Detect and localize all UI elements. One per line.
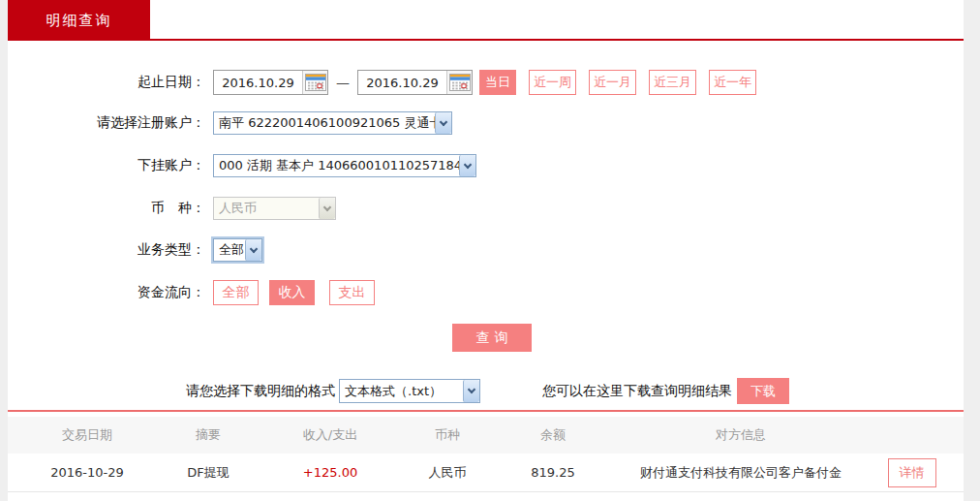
download-format-select[interactable]: 文本格式（.txt） [339, 379, 480, 403]
cell-amount: +125.00 [250, 465, 411, 480]
chevron-down-icon [463, 380, 479, 402]
last-three-months-button[interactable]: 近三月 [649, 70, 696, 95]
main-panel: 明细查询 起止日期： 2016.10.29 — [8, 0, 964, 501]
header-currency: 币种 [411, 426, 484, 444]
header-counterparty: 对方信息 [622, 426, 860, 444]
sub-account-value: 000 活期 基本户 1406600101102571848 [214, 157, 459, 174]
cell-counterparty: 财付通支付科技有限公司客户备付金 [622, 464, 860, 482]
flow-income-button[interactable]: 收入 [269, 280, 315, 305]
date-separator: — [336, 75, 350, 90]
chevron-down-icon [245, 239, 261, 261]
calendar-icon[interactable] [302, 71, 327, 94]
cell-summary: DF提现 [167, 464, 250, 482]
business-type-row: 业务类型： 全部 [8, 238, 964, 262]
today-button[interactable]: 当日 [479, 70, 516, 95]
business-type-value: 全部 [214, 241, 245, 259]
start-date-input[interactable]: 2016.10.29 [213, 70, 328, 95]
register-account-value: 南平 6222001406100921065 灵通卡 [214, 114, 435, 132]
fund-flow-label: 资金流向： [8, 284, 205, 301]
download-hint: 您可以在这里下载查询明细结果 [542, 383, 732, 400]
query-button[interactable]: 查询 [452, 324, 532, 352]
end-date-input[interactable]: 2016.10.29 [357, 70, 473, 95]
register-account-select[interactable]: 南平 6222001406100921065 灵通卡 [213, 111, 452, 135]
register-account-row: 请选择注册账户： 南平 6222001406100921065 灵通卡 [8, 111, 964, 135]
register-account-label: 请选择注册账户： [8, 114, 205, 132]
table-top-divider [8, 410, 964, 412]
cell-date: 2016-10-29 [8, 465, 167, 480]
sub-account-select[interactable]: 000 活期 基本户 1406600101102571848 [213, 154, 476, 177]
currency-value: 人民币 [214, 200, 319, 217]
detail-button[interactable]: 详情 [888, 458, 936, 487]
date-range-row: 起止日期： 2016.10.29 — 2016.10.29 [8, 70, 964, 95]
sub-account-row: 下挂账户： 000 活期 基本户 1406600101102571848 [8, 154, 964, 177]
business-type-select[interactable]: 全部 [213, 238, 262, 262]
download-row: 请您选择下载明细的格式 文本格式（.txt） 您可以在这里下载查询明细结果 下载 [8, 378, 964, 404]
header-in-out: 收入/支出 [250, 426, 411, 444]
date-range-label: 起止日期： [8, 74, 205, 91]
chevron-down-icon [435, 112, 451, 134]
currency-row: 币 种： 人民币 [8, 197, 964, 220]
table-row: 2016-10-29 DF提现 +125.00 人民币 819.25 财付通支付… [8, 454, 964, 492]
chevron-down-icon [459, 155, 475, 176]
download-format-value: 文本格式（.txt） [340, 383, 463, 400]
fund-flow-row: 资金流向： 全部 收入 支出 [8, 280, 964, 305]
business-type-label: 业务类型： [8, 241, 205, 259]
last-month-button[interactable]: 近一月 [589, 70, 636, 95]
header-summary: 摘要 [167, 426, 250, 444]
currency-select: 人民币 [213, 197, 336, 220]
tab-detail-query[interactable]: 明细查询 [8, 0, 150, 41]
currency-label: 币 种： [8, 200, 205, 217]
header-balance: 余额 [484, 426, 622, 444]
last-year-button[interactable]: 近一年 [709, 70, 756, 95]
header-date: 交易日期 [8, 426, 167, 444]
end-date-value: 2016.10.29 [358, 76, 446, 90]
download-format-label: 请您选择下载明细的格式 [186, 383, 335, 400]
cell-currency: 人民币 [411, 464, 484, 482]
sub-account-label: 下挂账户： [8, 157, 205, 174]
tab-bar: 明细查询 [8, 0, 964, 41]
table-header-row: 交易日期 摘要 收入/支出 币种 余额 对方信息 [8, 417, 964, 454]
last-week-button[interactable]: 近一周 [529, 70, 576, 95]
flow-all-button[interactable]: 全部 [213, 280, 259, 305]
calendar-icon[interactable] [446, 71, 472, 94]
download-button[interactable]: 下载 [737, 378, 789, 404]
cell-balance: 819.25 [484, 465, 622, 480]
chevron-down-icon [319, 198, 335, 219]
start-date-value: 2016.10.29 [214, 76, 302, 90]
flow-expense-button[interactable]: 支出 [329, 280, 375, 305]
